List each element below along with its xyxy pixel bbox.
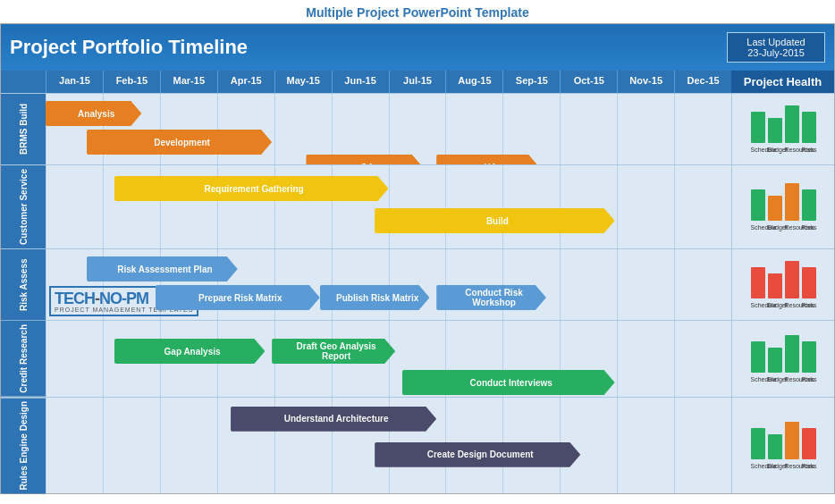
row-label-risk-assess: Risk Assess	[1, 249, 46, 320]
grid-line	[617, 321, 674, 397]
health-bar-3	[802, 112, 816, 143]
health-bar-0	[751, 112, 765, 143]
row-label-header	[1, 71, 46, 93]
health-label-schedule: Schedule	[751, 224, 765, 231]
health-bar-group-1	[768, 118, 782, 143]
grid-line	[389, 94, 446, 164]
grid-line	[46, 165, 103, 248]
health-label-schedule: Schedule	[751, 302, 765, 308]
health-bar-group-3	[802, 189, 816, 221]
row-label-rules-engine-design: Rules Engine Design	[1, 398, 46, 493]
health-labels-brms-build: ScheduleBudgetResourcesRisks	[751, 147, 816, 153]
grid-line	[617, 165, 674, 248]
gantt-bar-credit-research-1: Draft Geo Analysis Report	[272, 339, 395, 364]
health-label-resources: Resources	[785, 147, 799, 153]
health-area-rules-engine-design: ScheduleBudgetResourcesRisks	[731, 398, 834, 493]
grid-line	[160, 398, 217, 493]
last-updated-date: 23-July-2015	[735, 47, 817, 58]
month-cell-jan15: Jan-15	[46, 71, 103, 93]
project-rows-container: BRMS BuildAnalysisDevelopmentQAUASchedul…	[1, 93, 834, 493]
row-label-brms-build: BRMS Build	[1, 94, 46, 164]
health-bar-3	[802, 189, 816, 221]
month-cell-dec15: Dec-15	[674, 71, 731, 93]
grid-line	[560, 94, 617, 164]
health-label-resources: Resources	[785, 463, 799, 469]
health-label-risks: Risks	[802, 302, 816, 308]
month-cell-jul15: Jul-15	[389, 71, 446, 93]
health-bar-1	[768, 273, 782, 298]
health-bar-1	[768, 196, 782, 221]
gantt-bar-rules-engine-design-1: Create Design Document	[375, 442, 580, 467]
health-labels-rules-engine-design: ScheduleBudgetResourcesRisks	[751, 463, 816, 469]
health-bar-group-0	[751, 267, 765, 298]
row-label-credit-research: Credit Research	[1, 321, 46, 397]
header-row: Project Portfolio Timeline Last Updated …	[1, 24, 834, 71]
grid-line	[332, 94, 389, 164]
health-labels-risk-assess: ScheduleBudgetResourcesRisks	[751, 302, 816, 308]
health-label-budget: Budget	[768, 376, 782, 382]
gantt-bar-rules-engine-design-0: Understand Architecture	[231, 407, 436, 432]
gantt-area-customer-service: Requirement GatheringBuild	[46, 165, 731, 248]
health-bar-group-1	[768, 434, 782, 459]
month-cell-sep15: Sep-15	[502, 71, 560, 93]
grid-line	[560, 249, 617, 320]
grid-line	[502, 94, 560, 164]
gantt-area-brms-build: AnalysisDevelopmentQAUA	[46, 94, 731, 164]
last-updated-label: Last Updated	[735, 37, 817, 47]
grid-line	[617, 249, 674, 320]
gantt-bar-brms-build-2: QA	[306, 155, 422, 164]
health-label-risks: Risks	[802, 147, 816, 153]
month-cell-mar15: Mar-15	[160, 71, 217, 93]
grid-line	[502, 165, 560, 248]
project-row-risk-assess: Risk Assess TECH-NO-PM PROJECT MANAGEMEN…	[1, 248, 834, 320]
grid-line	[46, 321, 103, 397]
health-bar-group-2	[785, 261, 799, 298]
health-label-schedule: Schedule	[751, 147, 765, 153]
health-bar-group-1	[768, 196, 782, 221]
health-bar-2	[785, 335, 799, 373]
last-updated-box: Last Updated 23-July-2015	[727, 32, 825, 63]
grid-line	[389, 165, 446, 248]
health-bar-0	[751, 428, 765, 459]
health-label-budget: Budget	[768, 463, 782, 469]
health-area-risk-assess: ScheduleBudgetResourcesRisks	[731, 249, 834, 320]
grid-line	[674, 321, 731, 397]
health-bar-3	[802, 341, 816, 373]
health-bar-1	[768, 348, 782, 373]
gantt-bar-customer-service-0: Requirement Gathering	[114, 176, 389, 201]
row-label-customer-service: Customer Service	[1, 165, 46, 248]
project-row-brms-build: BRMS BuildAnalysisDevelopmentQAUASchedul…	[1, 93, 834, 164]
health-bars-credit-research	[751, 335, 816, 373]
project-health-column-header: Project Health	[731, 71, 834, 93]
months-row: Jan-15Feb-15Mar-15Apr-15May-15Jun-15Jul-…	[46, 71, 731, 93]
gantt-area-credit-research: Gap AnalysisDraft Geo Analysis ReportCon…	[46, 321, 731, 397]
health-bar-group-2	[785, 105, 799, 143]
grid-line	[617, 94, 674, 164]
grid-line	[560, 165, 617, 248]
gantt-bar-risk-assess-2: Publish Risk Matrix	[320, 285, 430, 310]
grid-line	[617, 398, 674, 493]
grid-line	[674, 165, 731, 248]
gantt-bar-brms-build-0: Analysis	[46, 101, 141, 126]
health-bars-rules-engine-design	[751, 422, 816, 459]
gantt-bar-credit-research-0: Gap Analysis	[114, 339, 266, 364]
gantt-bar-credit-research-2: Conduct Interviews	[402, 370, 615, 395]
health-bar-1	[768, 118, 782, 143]
grid-line	[674, 249, 731, 320]
gantt-bar-brms-build-1: Development	[87, 130, 272, 155]
grid-line	[445, 165, 502, 248]
gantt-area-rules-engine-design: Understand ArchitectureCreate Design Doc…	[46, 398, 731, 493]
health-bar-group-3	[802, 267, 816, 298]
gantt-bar-risk-assess-1: Prepare Risk Matrix	[156, 285, 320, 310]
health-bar-group-0	[751, 189, 765, 221]
health-label-resources: Resources	[785, 376, 799, 382]
grid-line	[274, 94, 332, 164]
month-cell-nov15: Nov-15	[617, 71, 674, 93]
health-labels-credit-research: ScheduleBudgetResourcesRisks	[751, 376, 816, 382]
gantt-bar-brms-build-3: UA	[436, 155, 539, 164]
health-bar-2	[785, 422, 799, 459]
health-bar-group-1	[768, 348, 782, 373]
month-cell-apr15: Apr-15	[217, 71, 274, 93]
health-label-budget: Budget	[768, 147, 782, 153]
health-bar-3	[802, 428, 816, 459]
